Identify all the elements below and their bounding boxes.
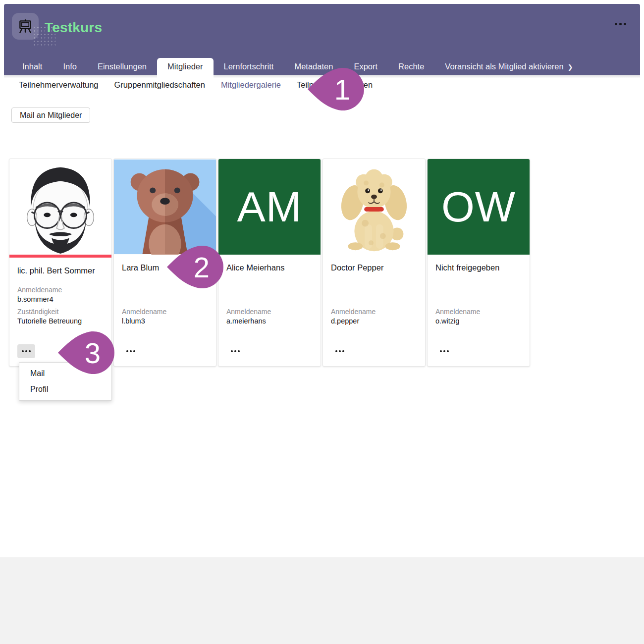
tab-metadaten[interactable]: Metadaten bbox=[284, 58, 343, 75]
member-name: Nicht freigegeben bbox=[435, 263, 522, 273]
member-name: lic. phil. Bert Sommer bbox=[17, 266, 104, 276]
tab-inhalt[interactable]: Inhalt bbox=[12, 58, 53, 75]
menu-item-mail[interactable]: Mail bbox=[19, 366, 111, 381]
subnav-teilnehmendendaten[interactable]: Teilnehmendendaten bbox=[297, 80, 373, 90]
field-value: d.pepper bbox=[331, 317, 417, 325]
card-menu-ellipsis-icon[interactable] bbox=[331, 344, 349, 358]
field-value: l.blum3 bbox=[122, 317, 208, 325]
tab-voransicht[interactable]: Voransicht als Mitglied aktivieren❯ bbox=[434, 58, 583, 75]
course-tab-bar: Inhalt Info Einstellungen Mitglieder Ler… bbox=[12, 58, 584, 75]
field-value: b.sommer4 bbox=[17, 295, 104, 303]
page-footer bbox=[0, 557, 644, 644]
card-context-menu: Mail Profil bbox=[19, 362, 112, 401]
field-value: o.witzig bbox=[435, 317, 522, 325]
poodle-photo-avatar bbox=[323, 159, 425, 255]
tab-voransicht-label: Voransicht als Mitglied aktivieren bbox=[445, 62, 563, 71]
member-card-doctor-pepper[interactable]: Doctor Pepper Anmeldename d.pepper bbox=[322, 159, 426, 367]
avatar-initials-text: AM bbox=[237, 182, 302, 231]
header-shadow bbox=[4, 75, 640, 78]
page-title: Testkurs bbox=[45, 20, 102, 36]
subnav-teilnehmerverwaltung[interactable]: Teilnehmerverwaltung bbox=[19, 80, 99, 90]
mail-an-mitglieder-button[interactable]: Mail an Mitglieder bbox=[11, 107, 90, 123]
initials-avatar: AM bbox=[218, 159, 321, 255]
member-card-lara-blum[interactable]: Lara Blum Anmeldename l.blum3 bbox=[113, 159, 216, 367]
field-value: Tutorielle Betreuung bbox=[17, 317, 104, 325]
subnav-mitgliedergalerie[interactable]: Mitgliedergalerie bbox=[221, 80, 281, 90]
card-menu-ellipsis-icon[interactable] bbox=[435, 344, 453, 358]
initials-avatar: OW bbox=[428, 159, 530, 255]
tab-mitglieder[interactable]: Mitglieder bbox=[157, 58, 214, 78]
members-subnav: Teilnehmerverwaltung Gruppenmitgliedscha… bbox=[19, 80, 373, 90]
field-label: Anmeldename bbox=[17, 286, 104, 294]
member-gallery: lic. phil. Bert Sommer Anmeldename b.som… bbox=[9, 159, 530, 367]
member-name: Alice Meierhans bbox=[226, 263, 313, 273]
tab-lernfortschritt[interactable]: Lernfortschritt bbox=[214, 58, 284, 75]
field-label: Anmeldename bbox=[435, 308, 522, 316]
subnav-gruppenmitgliedschaften[interactable]: Gruppenmitgliedschaften bbox=[114, 80, 205, 90]
header-more-options-icon[interactable] bbox=[615, 23, 626, 25]
tab-einstellungen[interactable]: Einstellungen bbox=[87, 58, 157, 75]
tab-info[interactable]: Info bbox=[53, 58, 87, 75]
field-label: Zuständigkeit bbox=[17, 308, 104, 316]
portrait-sketch-avatar bbox=[9, 159, 111, 255]
card-menu-ellipsis-icon[interactable] bbox=[17, 344, 35, 358]
member-name: Doctor Pepper bbox=[331, 263, 417, 273]
course-easel-icon bbox=[12, 13, 39, 40]
tab-export[interactable]: Export bbox=[343, 58, 388, 75]
tab-rechte[interactable]: Rechte bbox=[388, 58, 434, 75]
member-card-bert-sommer[interactable]: lic. phil. Bert Sommer Anmeldename b.som… bbox=[9, 159, 112, 367]
field-label: Anmeldename bbox=[122, 308, 208, 316]
member-card-nicht-freigegeben[interactable]: OW Nicht freigegeben Anmeldename o.witzi… bbox=[427, 159, 530, 367]
chevron-right-icon: ❯ bbox=[568, 63, 573, 71]
avatar-initials-text: OW bbox=[441, 182, 516, 231]
card-menu-ellipsis-icon[interactable] bbox=[226, 344, 244, 358]
member-card-alice-meierhans[interactable]: AM Alice Meierhans Anmeldename a.meierha… bbox=[218, 159, 321, 367]
course-members-page: Testkurs Inhalt Info Einstellungen Mitgl… bbox=[0, 0, 644, 644]
course-header: Testkurs Inhalt Info Einstellungen Mitgl… bbox=[4, 4, 640, 75]
bear-illustration-avatar bbox=[114, 159, 216, 255]
member-name: Lara Blum bbox=[122, 263, 208, 273]
field-label: Anmeldename bbox=[226, 308, 313, 316]
field-value: a.meierhans bbox=[226, 317, 313, 325]
card-menu-ellipsis-icon[interactable] bbox=[122, 344, 140, 358]
menu-item-profil[interactable]: Profil bbox=[19, 381, 111, 397]
field-label: Anmeldename bbox=[331, 308, 417, 316]
